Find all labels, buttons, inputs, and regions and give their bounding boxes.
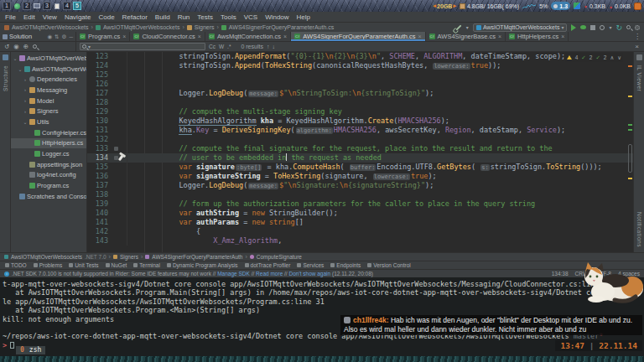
settings-icon[interactable]: ⚙ [62,34,67,40]
caret-position[interactable]: 134:38 [552,271,569,277]
tab-AWS4SignerForQueryParameterAuth.cs[interactable]: C#AWS4SignerForQueryParameterAuth.cs× [291,32,425,41]
status-link[interactable]: Manage SDK [217,271,250,277]
tree-item-Program.cs[interactable]: Program.cs [11,180,86,191]
tree-item-Messaging[interactable]: ›Messaging [11,85,86,96]
run-button[interactable] [571,24,576,31]
code-line-135[interactable]: 135 var signature:byte[] = kha.ComputeHa… [87,163,633,172]
code-line-129[interactable]: 129 // compute the multi-stage signing k… [87,107,633,116]
tree-item-Model[interactable]: ›Model [11,96,86,106]
tree-item-ConfigHelper.cs[interactable]: ConfigHelper.cs [11,127,86,138]
search-icon[interactable] [33,44,37,49]
menu-item-file[interactable]: File [5,13,16,21]
status-link[interactable]: Don't show again [288,271,330,277]
find-option-W[interactable]: W [219,44,224,49]
structure-tool-button[interactable]: Structure [3,65,8,91]
breadcrumb-item[interactable]: AwsIOTMqttOverWebsockets [12,24,89,30]
status-link[interactable]: Read more [256,271,283,277]
toolwindow-version-control[interactable]: Version Control [367,262,410,268]
load-widget[interactable]: 1.3 [551,2,570,10]
gear-icon[interactable] [635,25,640,30]
code-line-124[interactable]: 124 stringToSign.Append(ToHexString(cano… [87,61,633,70]
code-line-139[interactable]: 139 // form up the authorization paramet… [87,199,633,209]
workspace-5[interactable]: 5 [73,2,81,10]
close-tab-icon[interactable]: × [198,34,201,39]
find-option-Cc[interactable]: Cc [209,44,216,49]
code-line-143[interactable]: 143 X_Amz_Algorithm, [87,236,633,246]
code-line-126[interactable]: 126 [87,80,633,89]
breadcrumb-item[interactable]: AWS4SignerForQueryParameterAuth.cs [229,24,334,30]
tab-AWS4SignerBase.cs[interactable]: C#AWS4SignerBase.cs× [426,32,506,41]
toolwindow-endpoints[interactable]: Endpoints [330,262,361,268]
workspace-2[interactable]: 2 [23,2,31,10]
toolwindow-nuget[interactable]: NuGet [106,262,127,268]
close-tab-icon[interactable]: × [498,34,501,39]
close-tab-icon[interactable]: × [283,34,287,39]
notifications-tool-button[interactable]: Notifications [636,212,642,247]
code-line-125[interactable]: 125 [87,70,633,80]
tmux-window-tab[interactable]: 0zsh [16,346,45,354]
search-icon[interactable] [626,25,631,29]
code-line-136[interactable]: 136 var signatureString = ToHexString(si… [87,172,633,181]
next-problem-icon[interactable]: ∨ [617,53,621,62]
prev-problem-icon[interactable]: ∧ [610,53,614,62]
tree-item-Signers[interactable]: ›Signers [11,106,86,116]
toolwindow-dynamic-program-analysis[interactable]: Dynamic Program Analysis [167,262,238,268]
code-line-142[interactable]: 142 { [87,227,633,236]
previous-match-icon[interactable]: ↑ [267,44,270,49]
tray-app-icon[interactable] [634,3,641,10]
code-line-141[interactable]: 141 var authParams = new string[] [87,218,633,227]
sort-icon[interactable]: ⇅ [55,34,59,40]
menu-item-navigate[interactable]: Navigate [65,13,91,21]
menu-item-build[interactable]: Build [155,13,170,21]
code-line-134[interactable]: 134 // user to be embedded in the reques… [87,153,633,163]
toolwindow-todo[interactable]: TODO [5,262,27,268]
il-viewer-tool-button[interactable]: IL Viewer [636,65,642,91]
tree-item-appsettings.json[interactable]: appsettings.json [11,159,86,170]
tab-overflow-icon[interactable]: ⋮ [631,32,644,41]
code-line-127[interactable]: 127 Logger.LogDebug(message:$"\nStringTo… [87,89,633,98]
menu-item-tools[interactable]: Tools [221,13,236,21]
editor-scrollbar[interactable] [627,52,632,252]
toolwindow-problems[interactable]: Problems [34,262,62,268]
tree-item-AwsIOTMqttOverWebsockets[interactable]: ⌄AwsIOTMqttOverWebsockets [11,64,86,75]
target-icon[interactable]: ◉ [13,43,19,50]
inspection-widget[interactable]: 4 ✓2 ✓2 ∧∨ [565,53,623,62]
breadcrumb-item[interactable]: AWS4SignerForQueryParameterAuth [152,254,242,260]
tab-Program.cs[interactable]: C#Program.cs× [76,32,130,41]
tab-CloudConnector.cs[interactable]: C#CloudConnector.cs× [130,32,205,41]
terminal-prompt[interactable]: > [3,341,644,349]
toolwindow-dottrace-profiler[interactable]: dotTrace Profiler [245,262,291,268]
breadcrumb-item[interactable]: AwsIOTMqttOverWebsockets [103,24,180,30]
menu-item-window[interactable]: Window [265,13,288,21]
workspace-3[interactable]: 3 [43,2,51,10]
breadcrumb-item[interactable]: Signers [120,254,138,260]
breadcrumb-item[interactable]: ComputeSignature [257,254,302,260]
tree-item-log4net.config[interactable]: log4net.config [11,170,86,181]
workspace-1[interactable]: 1 [3,2,11,10]
code-line-138[interactable]: 138 [87,190,633,199]
tree-item-Scratches and Consoles[interactable]: Scratches and Consoles [11,191,86,202]
find-option-.*[interactable]: .* [227,44,231,49]
close-find-icon[interactable]: × [635,43,641,50]
code-line-137[interactable]: 137 Logger.LogDebug(message:$"\nSignatur… [87,181,633,190]
code-line-133[interactable]: 133 // compute the final signature for t… [87,144,633,153]
explorer-icon[interactable] [3,54,8,60]
code-line-131[interactable]: 131 kha.Key = DeriveSigningKey(algorithm… [87,126,633,135]
menu-item-edit[interactable]: Edit [23,13,35,21]
tree-item-AwsIOTMqttOverWebsockets[interactable]: ⌄AwsIOTMqttOverWebsockets [11,53,86,64]
menu-item-code[interactable]: Code [98,13,114,21]
next-match-icon[interactable]: ↓ [272,44,275,49]
tree-item-Utils[interactable]: ⌄Utils [11,116,86,127]
code-line-140[interactable]: 140 var authString = new StringBuilder()… [87,209,633,218]
code-line-123[interactable]: 123 stringToSign.AppendFormat("{0}-{1}\n… [87,52,633,61]
toolwindow-terminal[interactable]: Terminal [133,262,160,268]
find-input[interactable]: ▾ [80,43,205,50]
close-tab-icon[interactable]: × [418,34,422,39]
tool-icon[interactable] [636,54,642,60]
tree-item-Dependencies[interactable]: ›Dependencies [11,74,86,85]
ram-widget[interactable]: 4.8GB/ 16GB( 69%) [460,3,519,9]
menu-item-refactor[interactable]: Refactor [122,13,148,21]
expand-icon[interactable]: ⊕ [23,43,29,50]
menu-item-view[interactable]: View [43,13,57,21]
code-line-128[interactable]: 128 [87,98,633,107]
